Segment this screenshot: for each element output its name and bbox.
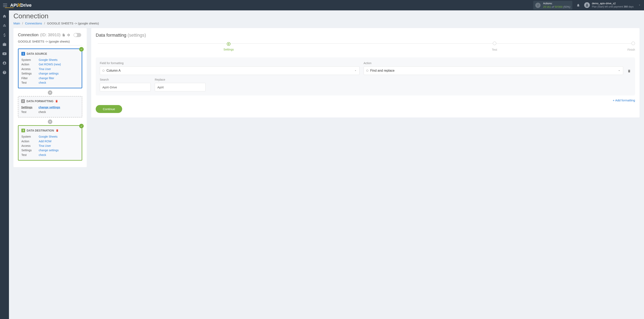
nav-home-icon[interactable]: [2, 14, 7, 18]
bell-icon[interactable]: [576, 4, 580, 7]
source-access-link[interactable]: Tina User: [39, 67, 51, 71]
row-label: Test: [22, 153, 39, 157]
dest-test-link[interactable]: check: [39, 153, 46, 157]
add-step-button[interactable]: +: [48, 120, 52, 124]
source-settings-link[interactable]: change settings: [39, 71, 59, 76]
connection-panel: Connection (ID: 38910) GOOGLE SHEETS -> …: [14, 28, 87, 167]
sidebar-nav: [0, 10, 9, 169]
plan-suffix: days: [628, 5, 634, 8]
card-number: 1: [22, 52, 25, 56]
card-header-text: DATA SOURCE: [27, 52, 47, 55]
action-select[interactable]: Find and replace: [364, 66, 624, 75]
card-number: 2: [21, 99, 25, 103]
step-finish[interactable]: Finish: [628, 42, 635, 51]
data-destination-card: 3 DATA DESTINATION SystemGoogle Sheets A…: [18, 125, 82, 160]
connection-title: Connection: [18, 32, 38, 37]
logo[interactable]: APIXDrive: [10, 2, 40, 8]
row-label: System: [22, 134, 39, 139]
row-label: Action: [22, 62, 39, 66]
formatting-rule: Field for formatting Column A Action Fin…: [96, 58, 635, 96]
actions-of: of: [551, 5, 554, 8]
row-label: Test: [21, 110, 38, 114]
step-settings[interactable]: Settings: [96, 42, 362, 51]
card-header-text: DATA FORMATTING: [26, 100, 53, 103]
nav-sitemap-icon[interactable]: [2, 24, 7, 28]
check-badge-icon: [79, 124, 84, 128]
chevron-down-icon: [354, 69, 357, 72]
source-filter-link[interactable]: change filter: [39, 76, 54, 80]
row-label: Access: [22, 67, 39, 71]
actions-total: 50'000: [554, 5, 562, 8]
field-select[interactable]: Column A: [100, 66, 360, 75]
dest-settings-link[interactable]: change settings: [39, 148, 59, 152]
plan-days: 360: [624, 5, 628, 8]
source-action-link[interactable]: Get ROWS (new): [39, 62, 61, 66]
add-formatting-link[interactable]: Add formatting: [96, 98, 635, 102]
breadcrumb-connections[interactable]: Connections: [25, 22, 42, 25]
replace-input[interactable]: [155, 83, 206, 92]
user-menu[interactable]: demo_apix-drive_s2 Plan |Start| left unt…: [584, 2, 641, 8]
avatar-icon: [584, 2, 590, 8]
formatting-settings-link[interactable]: change settings: [38, 105, 60, 110]
nav-youtube-icon[interactable]: [2, 52, 7, 56]
actions-used: 25'161: [543, 5, 551, 8]
settings-panel: Data formatting (settings) Settings Test…: [91, 28, 640, 118]
document-icon[interactable]: [62, 34, 65, 37]
radio-icon: [366, 70, 368, 72]
dest-system-link[interactable]: Google Sheets: [39, 134, 58, 139]
row-label: Action: [22, 139, 39, 144]
connection-id: (ID: 38910): [40, 32, 60, 37]
row-label: Test: [22, 80, 39, 85]
nav-briefcase-icon[interactable]: [2, 42, 7, 46]
field-label: Field for formatting: [100, 62, 360, 65]
add-step-button[interactable]: +: [48, 90, 52, 95]
main-content: Connection Main / Connections / GOOGLE S…: [9, 10, 644, 169]
data-formatting-card: 2 DATA FORMATTING Settingschange setting…: [18, 96, 82, 118]
formatting-test: check: [38, 110, 46, 114]
menu-toggle-icon[interactable]: [3, 4, 7, 7]
data-source-card: 1 DATA SOURCE SystemGoogle Sheets Action…: [18, 48, 82, 88]
card-number: 3: [22, 129, 25, 132]
username: demo_apix-drive_s2: [592, 2, 634, 5]
delete-card-icon[interactable]: [55, 100, 58, 103]
search-input[interactable]: [100, 83, 151, 92]
row-label: Filter: [22, 76, 39, 80]
nav-user-icon[interactable]: [2, 61, 7, 65]
dest-access-link[interactable]: Tina User: [39, 144, 51, 148]
gear-icon[interactable]: [67, 34, 70, 37]
chevron-down-icon: [618, 69, 620, 72]
delete-rule-icon[interactable]: [627, 69, 631, 75]
header: APIXDrive i Actions: 25'161 of 50'000 (5…: [0, 0, 644, 10]
row-label: Settings: [22, 148, 39, 152]
source-system-link[interactable]: Google Sheets: [39, 58, 58, 62]
nav-billing-icon[interactable]: [2, 33, 7, 37]
action-label: Action: [364, 62, 624, 65]
dest-action-link[interactable]: Add ROW: [39, 139, 52, 144]
search-label: Search: [100, 78, 151, 81]
row-label: Access: [22, 144, 39, 148]
nav-help-icon[interactable]: [2, 70, 7, 75]
page-title: Connection: [14, 12, 640, 20]
plan-prefix: Plan |Start| left until payment: [592, 5, 624, 8]
row-label: Settings: [21, 105, 38, 110]
check-badge-icon: [79, 47, 84, 52]
breadcrumb-current: GOOGLE SHEETS -> (google sheets): [47, 22, 99, 25]
row-label: Settings: [22, 71, 39, 76]
connection-subtitle: GOOGLE SHEETS -> (google sheets): [18, 40, 82, 46]
actions-label: Actions:: [543, 2, 570, 5]
step-test[interactable]: Test: [362, 42, 628, 51]
info-icon: i: [535, 3, 540, 8]
continue-button[interactable]: Continue: [96, 105, 122, 113]
connection-toggle[interactable]: [74, 33, 81, 37]
radio-icon: [102, 70, 104, 72]
actions-pct: (50%): [562, 5, 570, 8]
replace-label: Replace: [155, 78, 206, 81]
breadcrumb-main[interactable]: Main: [14, 22, 20, 25]
actions-counter[interactable]: i Actions: 25'161 of 50'000 (50%): [533, 1, 572, 10]
panel-title: Data formatting: [96, 32, 128, 38]
source-test-link[interactable]: check: [39, 80, 46, 85]
panel-subtitle: (settings): [128, 32, 146, 38]
delete-card-icon[interactable]: [56, 129, 59, 132]
breadcrumb: Main / Connections / GOOGLE SHEETS -> (g…: [14, 22, 640, 25]
card-header-text: DATA DESTINATION: [27, 129, 54, 132]
